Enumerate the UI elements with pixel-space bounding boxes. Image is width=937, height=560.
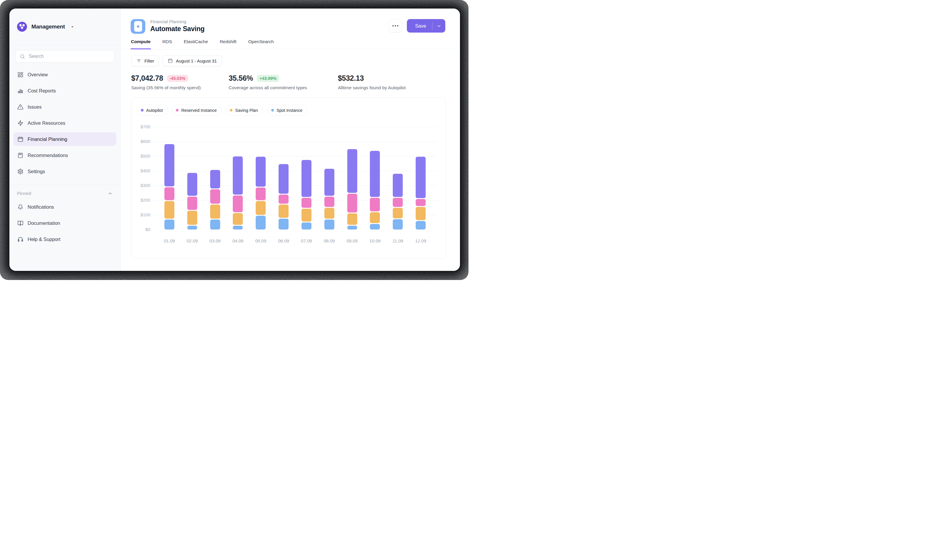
bar-seg-autopilot bbox=[302, 160, 311, 197]
tab-redshift[interactable]: Redshift bbox=[220, 39, 237, 49]
legend-dot-icon bbox=[176, 109, 178, 112]
filter-button[interactable]: Filter bbox=[131, 55, 159, 66]
bar-seg-spot-instance bbox=[233, 226, 243, 229]
bar-seg-autopilot bbox=[370, 151, 380, 197]
stacked-bar-09.09 bbox=[347, 149, 357, 230]
bar-seg-reserved-instance bbox=[302, 198, 311, 208]
legend-chip-autopilot[interactable]: Autopilot bbox=[137, 105, 168, 115]
sidebar-item-help-support[interactable]: Help & Support bbox=[14, 232, 116, 246]
bar-seg-saving-plan bbox=[187, 211, 197, 225]
save-dropdown-button[interactable] bbox=[432, 19, 445, 32]
bar-seg-reserved-instance bbox=[370, 198, 380, 211]
x-axis-tick: 10.09 bbox=[363, 238, 386, 243]
bar-seg-autopilot bbox=[165, 144, 174, 186]
sidebar-item-recommendations[interactable]: Recommendations bbox=[14, 149, 116, 162]
stacked-bar-06.09 bbox=[278, 164, 289, 230]
stat-label: Alltime savings found by Autopilot bbox=[338, 85, 406, 91]
bar-column-07.09 bbox=[295, 127, 318, 229]
stat-1: $7,042.78-45.03%Saving (35.56% of monthl… bbox=[131, 74, 229, 91]
stacked-bar-01.09 bbox=[165, 144, 174, 229]
bar-seg-spot-instance bbox=[393, 219, 403, 229]
breadcrumb: Financial Planning bbox=[150, 19, 389, 24]
workspace-switcher[interactable]: Management bbox=[9, 9, 120, 45]
sidebar-item-documentation[interactable]: Documentation bbox=[14, 216, 116, 230]
stacked-bar-02.09 bbox=[187, 173, 197, 230]
legend-chip-spot-instance[interactable]: Spot Instance bbox=[267, 105, 308, 115]
tab-rds[interactable]: RDS bbox=[162, 39, 172, 49]
page-title: Automate Saving bbox=[150, 25, 389, 33]
sidebar: Management OverviewCost ReportsIssuesAct… bbox=[9, 9, 121, 271]
legend-label: Reserved Instance bbox=[181, 108, 217, 113]
sidebar-item-cost-reports[interactable]: Cost Reports bbox=[14, 84, 116, 97]
date-range-button[interactable]: August 1 - August 31 bbox=[163, 55, 222, 66]
legend-label: Saving Plan bbox=[235, 108, 258, 113]
y-axis-tick: $200 bbox=[137, 197, 150, 203]
bar-column-01.09 bbox=[158, 127, 181, 229]
sidebar-nav: OverviewCost ReportsIssuesActive Resourc… bbox=[9, 63, 120, 178]
bar-column-05.09 bbox=[249, 127, 272, 229]
bar-seg-autopilot bbox=[393, 174, 403, 197]
bar-seg-saving-plan bbox=[415, 207, 426, 220]
notifications-icon bbox=[17, 204, 23, 210]
y-axis-tick: $0 bbox=[137, 226, 150, 232]
x-axis-tick: 09.09 bbox=[341, 238, 364, 243]
bar-column-02.09 bbox=[181, 127, 204, 229]
legend-label: Autopilot bbox=[146, 108, 163, 113]
bar-seg-spot-instance bbox=[210, 220, 220, 229]
bar-seg-saving-plan bbox=[210, 205, 220, 219]
stat-value: $7,042.78 bbox=[131, 74, 163, 83]
stacked-bar-11.09 bbox=[393, 174, 403, 229]
search-icon bbox=[20, 54, 25, 59]
caret-down-icon bbox=[70, 25, 75, 29]
brand-logo-icon bbox=[17, 22, 27, 32]
legend-chip-reserved-instance[interactable]: Reserved Instance bbox=[172, 105, 222, 115]
dot-icon bbox=[395, 25, 396, 26]
bar-seg-spot-instance bbox=[347, 226, 357, 229]
sidebar-item-label: Cost Reports bbox=[28, 88, 56, 94]
tab-compute[interactable]: Compute bbox=[131, 39, 151, 49]
bar-seg-saving-plan bbox=[347, 213, 357, 225]
sidebar-item-label: Settings bbox=[28, 169, 45, 174]
screenshot-canvas: Management OverviewCost ReportsIssuesAct… bbox=[0, 0, 469, 280]
bar-seg-reserved-instance bbox=[256, 188, 266, 200]
bar-seg-spot-instance bbox=[165, 220, 174, 229]
tab-elasticache[interactable]: ElastiCache bbox=[183, 39, 208, 49]
more-options-button[interactable] bbox=[389, 19, 402, 32]
sidebar-item-active-resources[interactable]: Active Resources bbox=[14, 116, 116, 130]
header-actions: Save bbox=[389, 19, 445, 32]
bar-seg-saving-plan bbox=[233, 213, 243, 225]
bar-seg-autopilot bbox=[278, 164, 289, 194]
y-axis-tick: $300 bbox=[137, 183, 150, 188]
pinned-section-header[interactable]: Pinned bbox=[9, 185, 120, 197]
tab-opensearch[interactable]: OpenSearch bbox=[248, 39, 274, 49]
toolbar: Filter August 1 - August 31 bbox=[131, 55, 446, 66]
bar-seg-reserved-instance bbox=[393, 198, 403, 207]
bar-seg-spot-instance bbox=[325, 220, 334, 229]
title-block: Financial Planning Automate Saving bbox=[150, 19, 389, 33]
bar-seg-reserved-instance bbox=[415, 199, 426, 206]
settings-icon bbox=[17, 168, 23, 175]
main-area: Financial Planning Automate Saving Save bbox=[121, 9, 460, 271]
page-header: Financial Planning Automate Saving Save bbox=[121, 9, 460, 34]
bar-column-10.09 bbox=[363, 127, 386, 229]
stacked-bar-10.09 bbox=[370, 151, 380, 229]
legend-chip-saving-plan[interactable]: Saving Plan bbox=[226, 105, 263, 115]
save-button[interactable]: Save bbox=[407, 19, 432, 32]
x-axis-tick: 07.09 bbox=[295, 238, 318, 243]
bar-seg-spot-instance bbox=[415, 221, 426, 229]
sidebar-item-settings[interactable]: Settings bbox=[14, 165, 116, 178]
bar-seg-spot-instance bbox=[278, 218, 289, 229]
y-axis-tick: $400 bbox=[137, 168, 150, 174]
x-axis-tick: 02.09 bbox=[181, 238, 204, 243]
chevron-down-icon bbox=[437, 23, 442, 28]
search-input[interactable] bbox=[28, 54, 110, 59]
pinned-label: Pinned bbox=[17, 191, 31, 196]
sidebar-item-notifications[interactable]: Notifications bbox=[14, 200, 116, 214]
search-box[interactable] bbox=[15, 50, 114, 63]
sidebar-item-financial-planning[interactable]: Financial Planning bbox=[14, 132, 116, 146]
bar-seg-saving-plan bbox=[393, 208, 403, 218]
bar-seg-autopilot bbox=[233, 157, 243, 195]
stacked-bar-12.09 bbox=[415, 157, 426, 229]
sidebar-item-issues[interactable]: Issues bbox=[14, 100, 116, 114]
sidebar-item-overview[interactable]: Overview bbox=[14, 68, 116, 81]
